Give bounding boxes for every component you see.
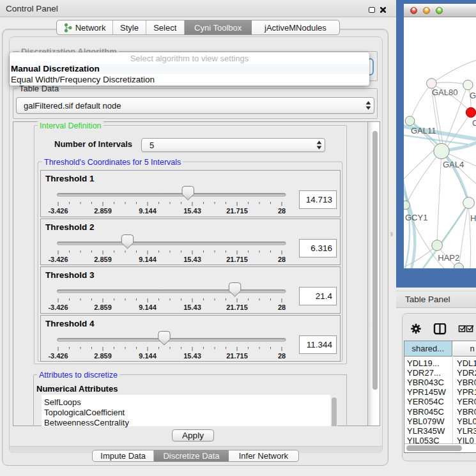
svg-text:-3.426: -3.426 [48,351,68,359]
svg-text:28: 28 [278,303,286,311]
svg-text:2.859: 2.859 [94,207,112,215]
svg-text:HAP2: HAP2 [438,253,459,263]
svg-text:9.144: 9.144 [139,207,157,215]
svg-text:15.43: 15.43 [183,207,201,215]
svg-text:-3.426: -3.426 [48,207,68,215]
svg-text:21.715: 21.715 [226,303,248,311]
svg-text:15.43: 15.43 [183,255,201,263]
svg-text:15.43: 15.43 [183,351,201,359]
svg-text:9.144: 9.144 [139,255,157,263]
svg-text:H: H [470,213,476,223]
svg-text:GCY1: GCY1 [405,213,427,222]
svg-text:2.859: 2.859 [94,351,112,359]
svg-text:C: C [472,118,476,128]
svg-text:-3.426: -3.426 [48,255,68,263]
svg-text:GAL4: GAL4 [443,160,464,169]
svg-text:2.859: 2.859 [94,255,112,263]
svg-text:21.715: 21.715 [226,351,248,359]
svg-text:9.144: 9.144 [139,303,157,311]
svg-text:-3.426: -3.426 [48,303,68,311]
svg-text:GAL11: GAL11 [411,126,436,135]
svg-text:2.859: 2.859 [94,303,112,311]
svg-text:28: 28 [278,351,286,359]
svg-text:28: 28 [278,207,286,215]
svg-text:GAL80: GAL80 [432,88,457,97]
svg-text:21.715: 21.715 [226,255,248,263]
svg-text:9.144: 9.144 [139,351,157,359]
svg-text:G: G [470,91,476,100]
svg-text:21.715: 21.715 [226,207,248,215]
svg-text:28: 28 [278,255,286,263]
svg-text:15.43: 15.43 [183,303,201,311]
